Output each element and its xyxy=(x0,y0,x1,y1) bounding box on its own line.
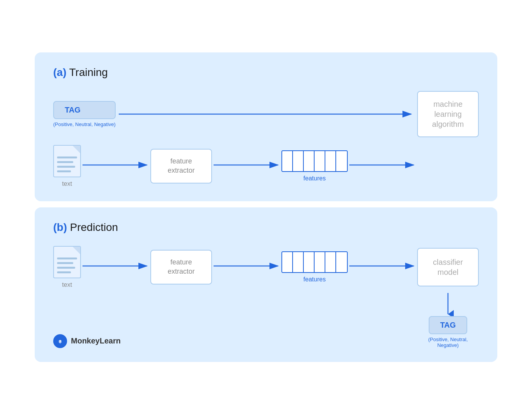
branding: MonkeyLearn xyxy=(53,334,121,348)
svg-point-18 xyxy=(61,340,61,341)
training-flow-row: text feature extractor xyxy=(53,145,479,187)
training-section: (a) Training TAG (Positive, Neutral, Neg… xyxy=(35,52,497,201)
arrow-3 xyxy=(348,160,417,172)
prediction-doc-corner xyxy=(72,247,80,254)
doc-line-3 xyxy=(57,166,75,168)
training-feature-extractor-box: feature extractor xyxy=(150,149,212,183)
prediction-feature-extractor-box: feature extractor xyxy=(150,250,212,284)
training-doc-icon xyxy=(53,145,81,177)
prediction-flow-row: text feature extractor xyxy=(53,246,479,288)
brand-name: MonkeyLearn xyxy=(71,337,121,345)
classifier-box: classifier model xyxy=(417,248,479,286)
prediction-features-grid xyxy=(281,251,348,273)
training-tag-sublabel: (Positive, Neutral, Negative) xyxy=(53,121,116,127)
training-tag-wrap: TAG (Positive, Neutral, Negative) xyxy=(53,101,116,127)
training-long-arrow-svg xyxy=(119,109,414,119)
pred-doc-line-4 xyxy=(57,271,71,273)
prediction-label-bold: (b) xyxy=(53,221,67,233)
pred-arrow-3 xyxy=(348,261,417,273)
feature-cell-1 xyxy=(282,151,293,171)
branding-area: MonkeyLearn xyxy=(53,328,121,348)
training-top-row: TAG (Positive, Neutral, Negative) xyxy=(53,91,479,137)
training-title: (a) Training xyxy=(53,66,479,79)
training-text-label: text xyxy=(62,180,72,187)
prediction-tag-box: TAG xyxy=(429,316,468,334)
prediction-text-label: text xyxy=(62,281,72,288)
prediction-doc-wrap: text xyxy=(53,246,81,288)
doc-line-4 xyxy=(57,170,71,172)
prediction-doc-icon xyxy=(53,246,81,278)
training-tag-box: TAG xyxy=(53,101,116,119)
pred-feature-cell-5 xyxy=(325,252,336,272)
training-features-wrap: features xyxy=(281,150,348,182)
training-long-arrow xyxy=(116,109,417,119)
doc-line-2 xyxy=(57,161,73,163)
arrow-1 xyxy=(81,160,150,172)
feature-cell-4 xyxy=(315,151,325,171)
pred-feature-cell-6 xyxy=(336,252,347,272)
prediction-tag-sublabel: (Positive, Neutral, Negative) xyxy=(417,337,479,348)
pred-feature-cell-1 xyxy=(282,252,293,272)
pred-doc-line-3 xyxy=(57,267,75,269)
prediction-title: (b) Prediction xyxy=(53,221,479,234)
feature-cell-3 xyxy=(304,151,315,171)
doc-line-1 xyxy=(57,157,77,158)
monkey-icon xyxy=(56,337,64,345)
ml-algo-box: machine learning algorithm xyxy=(417,91,479,137)
training-doc-wrap: text xyxy=(53,145,81,187)
prediction-content: text feature extractor xyxy=(53,246,479,348)
prediction-doc-lines xyxy=(57,257,77,276)
feature-cell-5 xyxy=(325,151,336,171)
pred-arrow-2 xyxy=(212,261,281,273)
pred-arrow-1 xyxy=(81,261,150,273)
training-doc-corner xyxy=(72,146,80,153)
pred-feature-cell-4 xyxy=(315,252,325,272)
pred-down-arrow xyxy=(442,293,454,316)
feature-cell-6 xyxy=(336,151,347,171)
training-content: TAG (Positive, Neutral, Negative) xyxy=(53,91,479,187)
pred-feature-cell-2 xyxy=(293,252,304,272)
feature-cell-2 xyxy=(293,151,304,171)
pred-feature-cell-3 xyxy=(304,252,315,272)
svg-point-17 xyxy=(59,340,59,341)
training-doc-lines xyxy=(57,157,77,175)
pred-doc-line-1 xyxy=(57,257,77,259)
pred-doc-line-2 xyxy=(57,262,73,264)
arrow-2 xyxy=(212,160,281,172)
training-features-label: features xyxy=(303,175,326,182)
prediction-features-wrap: features xyxy=(281,251,348,283)
training-label-bold: (a) xyxy=(53,66,66,78)
diagram-wrapper: (a) Training TAG (Positive, Neutral, Neg… xyxy=(35,52,497,362)
pred-tag-output-col: TAG (Positive, Neutral, Negative) xyxy=(417,293,479,348)
monkeylearn-logo xyxy=(53,334,67,348)
prediction-section: (b) Prediction text xyxy=(35,207,497,362)
prediction-features-label: features xyxy=(303,276,326,283)
training-features-grid xyxy=(281,150,348,172)
